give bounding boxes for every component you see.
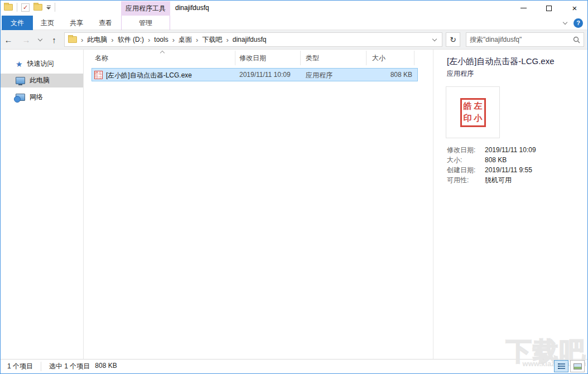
thumbnail-view-icon [573, 363, 582, 370]
column-divider[interactable] [235, 51, 235, 65]
status-selected-size: 808 KB [95, 362, 117, 371]
breadcrumb-separator: › [196, 36, 198, 44]
details-view-button[interactable] [554, 360, 568, 372]
file-thumbnail: 皓左印小 [446, 86, 500, 138]
file-type-cell: 应用程序 [306, 71, 332, 80]
explorer-window: ✓ 应用程序工具 dinajifdusfq × 文件 主页 共享 查看 管理 ?… [0, 0, 588, 374]
this-pc-icon [16, 77, 25, 84]
column-header-size[interactable]: 大小 [368, 50, 385, 66]
status-selected-count: 选中 1 个项目 [49, 362, 90, 371]
details-file-name: [左小皓]自动点击器-LCG.exe [447, 56, 587, 67]
column-divider[interactable] [300, 51, 301, 65]
maximize-icon [546, 6, 552, 11]
sidebar-item-label: 网络 [30, 93, 43, 102]
recent-locations-chevron-icon[interactable] [36, 33, 44, 46]
file-size-cell: 808 KB [354, 71, 412, 79]
property-label: 大小: [447, 155, 485, 165]
file-properties: 修改日期: 2019/11/11 10:09 大小: 808 KB 创建日期: … [447, 145, 587, 185]
contextual-tab-group-label: 应用程序工具 [121, 1, 170, 16]
address-dropdown-chevron-icon[interactable] [432, 36, 437, 41]
search-icon [573, 36, 580, 43]
breadcrumb-desktop[interactable]: 桌面 [179, 35, 192, 45]
column-header-type[interactable]: 类型 [301, 50, 319, 66]
network-icon [16, 94, 25, 101]
ribbon-tab-row: 文件 主页 共享 查看 管理 ? [1, 16, 587, 30]
search-input[interactable] [470, 36, 573, 43]
file-name-cell: [左小皓]自动点击器-LCG.exe [106, 71, 192, 80]
exe-file-icon: 皓左印小 [94, 71, 103, 79]
address-bar[interactable]: › 此电脑 › 软件 (D:) › tools › 桌面 › 下载吧 › din… [64, 32, 442, 47]
property-row: 修改日期: 2019/11/11 10:09 [447, 145, 587, 155]
thumbnail-view-button[interactable] [570, 360, 585, 372]
minimize-icon [520, 8, 527, 8]
property-value: 808 KB [485, 155, 507, 165]
refresh-button[interactable]: ↻ [446, 32, 460, 47]
customize-qat-button[interactable] [46, 6, 51, 9]
new-folder-button[interactable] [33, 4, 42, 11]
breadcrumb-drive-d[interactable]: 软件 (D:) [118, 35, 144, 45]
quick-access-star-icon: ★ [16, 60, 23, 68]
column-divider[interactable] [414, 51, 415, 65]
sort-ascending-icon [160, 51, 165, 55]
close-icon: × [572, 4, 577, 12]
tab-manage[interactable]: 管理 [121, 16, 170, 30]
property-value: 脱机可用 [485, 175, 512, 185]
breadcrumb-separator: › [226, 36, 228, 44]
property-value: 2019/11/11 10:09 [485, 145, 536, 155]
property-value: 2019/11/11 9:55 [485, 165, 532, 175]
tab-file[interactable]: 文件 [2, 16, 33, 30]
breadcrumb-separator: › [81, 36, 83, 44]
navigation-band: ← → ↑ › 此电脑 › 软件 (D:) › tools › 桌面 › 下载吧… [1, 30, 587, 50]
breadcrumb-tools[interactable]: tools [154, 36, 168, 43]
sidebar-item-label: 此电脑 [30, 76, 50, 85]
breadcrumb-separator: › [148, 36, 150, 44]
property-label: 创建日期: [447, 165, 485, 175]
expand-ribbon-chevron-icon[interactable] [563, 20, 567, 24]
minimize-button[interactable] [510, 1, 536, 16]
close-button[interactable]: × [562, 1, 587, 16]
details-pane: [左小皓]自动点击器-LCG.exe 应用程序 皓左印小 修改日期: 2019/… [433, 50, 587, 359]
tab-home[interactable]: 主页 [34, 16, 61, 30]
status-bar: 1 个项目 选中 1 个项目 808 KB [1, 359, 587, 373]
breadcrumb-separator: › [172, 36, 175, 44]
properties-button[interactable]: ✓ [21, 3, 30, 12]
window-title: dinajifdusfq [175, 4, 209, 12]
property-row: 可用性: 脱机可用 [447, 175, 587, 185]
property-label: 修改日期: [447, 145, 485, 155]
breadcrumb-separator: › [111, 36, 113, 44]
forward-button[interactable]: → [18, 33, 34, 46]
sidebar-item-label: 快速访问 [27, 59, 54, 69]
column-header-modified[interactable]: 修改日期 [235, 50, 266, 66]
up-button[interactable]: ↑ [46, 33, 62, 46]
sidebar-item-network[interactable]: 网络 [1, 90, 83, 104]
location-folder-icon [68, 36, 77, 43]
explorer-window-icon[interactable] [4, 4, 13, 11]
file-list: 名称 修改日期 类型 大小 皓左印小 [左小皓]自动点击器-LCG.exe 20… [84, 50, 433, 359]
details-view-icon [558, 363, 565, 369]
qat-separator [17, 3, 17, 12]
search-box [466, 32, 584, 47]
property-row: 创建日期: 2019/11/11 9:55 [447, 165, 587, 175]
sidebar-item-this-pc[interactable]: 此电脑 [1, 74, 83, 88]
view-switcher [554, 360, 585, 372]
sidebar-item-quick-access[interactable]: ★ 快速访问 [1, 57, 83, 71]
breadcrumb-xiazaiba[interactable]: 下载吧 [202, 35, 222, 45]
status-item-count: 1 个项目 [1, 362, 41, 371]
navigation-pane: ★ 快速访问 此电脑 网络 [1, 50, 84, 359]
file-modified-cell: 2019/11/11 10:09 [239, 71, 291, 79]
breadcrumb-current-folder[interactable]: dinajifdusfq [233, 36, 267, 43]
property-label: 可用性: [447, 175, 485, 185]
help-button[interactable]: ? [573, 18, 583, 28]
tab-share[interactable]: 共享 [63, 16, 90, 30]
property-row: 大小: 808 KB [447, 155, 587, 165]
back-button[interactable]: ← [1, 33, 16, 46]
window-controls: × [510, 1, 587, 16]
title-bar: ✓ 应用程序工具 dinajifdusfq × [1, 1, 587, 16]
file-row[interactable]: 皓左印小 [左小皓]自动点击器-LCG.exe 2019/11/11 10:09… [91, 68, 418, 81]
maximize-button[interactable] [536, 1, 562, 16]
breadcrumb-this-pc[interactable]: 此电脑 [87, 35, 107, 45]
qat-separator [55, 3, 55, 12]
column-divider[interactable] [366, 51, 367, 65]
tab-view[interactable]: 查看 [92, 16, 119, 30]
column-header-name[interactable]: 名称 [90, 50, 108, 66]
